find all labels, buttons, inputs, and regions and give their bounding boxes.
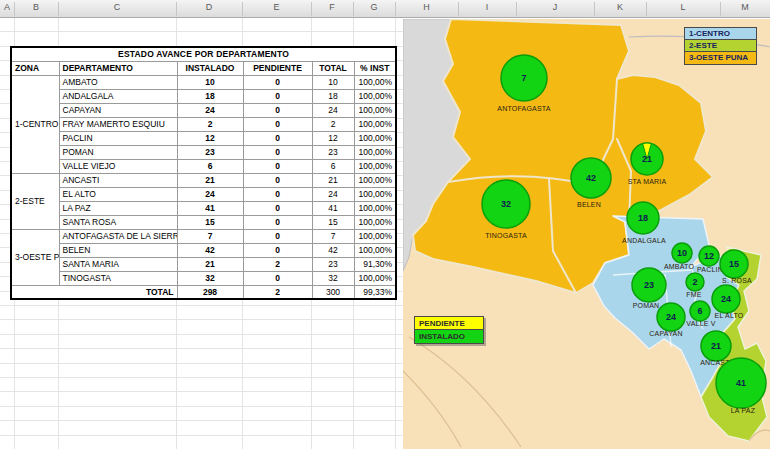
- cell-pend[interactable]: 0: [243, 117, 312, 131]
- column-separator[interactable]: [458, 2, 459, 16]
- column-header-M[interactable]: M: [741, 2, 749, 12]
- cell-inst[interactable]: 2: [177, 117, 243, 131]
- cell-inst[interactable]: 42: [177, 243, 243, 257]
- zone-cell[interactable]: 1-CENTRO: [11, 75, 59, 173]
- cell-dep[interactable]: SANTA MARIA: [59, 257, 177, 271]
- column-header-L[interactable]: L: [680, 2, 685, 12]
- cell-inst[interactable]: 10: [177, 75, 243, 89]
- cell-dep[interactable]: PACLIN: [59, 131, 177, 145]
- column-separator[interactable]: [14, 2, 15, 16]
- map-object[interactable]: 7ANTOFAGASTA32TINOGASTA42BELEN21STA MARI…: [403, 19, 770, 449]
- cell-pend[interactable]: 0: [243, 159, 312, 173]
- column-header-D[interactable]: D: [206, 2, 213, 12]
- cell-dep[interactable]: POMAN: [59, 145, 177, 159]
- cell-tot[interactable]: 2: [312, 117, 354, 131]
- zone-cell[interactable]: 3-OESTE PUNA: [11, 229, 59, 285]
- cell-pct[interactable]: 100,00%: [354, 201, 396, 215]
- cell-pend[interactable]: 0: [243, 173, 312, 187]
- total-pct[interactable]: 99,33%: [354, 285, 396, 299]
- cell-tot[interactable]: 6: [312, 159, 354, 173]
- column-separator[interactable]: [176, 2, 177, 16]
- cell-tot[interactable]: 24: [312, 103, 354, 117]
- cell-pct[interactable]: 100,00%: [354, 243, 396, 257]
- cell-pend[interactable]: 0: [243, 187, 312, 201]
- cell-tot[interactable]: 12: [312, 131, 354, 145]
- cell-inst[interactable]: 18: [177, 89, 243, 103]
- cell-tot[interactable]: 32: [312, 271, 354, 285]
- cell-dep[interactable]: LA PAZ: [59, 201, 177, 215]
- header-total[interactable]: TOTAL: [312, 61, 354, 75]
- cell-tot[interactable]: 10: [312, 75, 354, 89]
- cell-dep[interactable]: ANDALGALA: [59, 89, 177, 103]
- cell-tot[interactable]: 18: [312, 89, 354, 103]
- cell-inst[interactable]: 24: [177, 187, 243, 201]
- cell-pct[interactable]: 100,00%: [354, 187, 396, 201]
- cell-pend[interactable]: 2: [243, 257, 312, 271]
- cell-dep[interactable]: BELEN: [59, 243, 177, 257]
- column-separator[interactable]: [353, 2, 354, 16]
- column-separator[interactable]: [58, 2, 59, 16]
- column-separator[interactable]: [395, 2, 396, 16]
- column-separator[interactable]: [594, 2, 595, 16]
- header-departamento[interactable]: DEPARTAMENTO: [59, 61, 177, 75]
- cell-dep[interactable]: SANTA ROSA: [59, 215, 177, 229]
- column-separator[interactable]: [311, 2, 312, 16]
- header-pendiente[interactable]: PENDIENTE: [243, 61, 312, 75]
- total-pendiente[interactable]: 2: [243, 285, 312, 299]
- cell-pct[interactable]: 100,00%: [354, 117, 396, 131]
- column-header-B[interactable]: B: [33, 2, 39, 12]
- cell-tot[interactable]: 23: [312, 257, 354, 271]
- column-separator[interactable]: [720, 2, 721, 16]
- cell-inst[interactable]: 24: [177, 103, 243, 117]
- cell-dep[interactable]: ANCASTI: [59, 173, 177, 187]
- cell-dep[interactable]: AMBATO: [59, 75, 177, 89]
- cell-tot[interactable]: 24: [312, 187, 354, 201]
- cell-tot[interactable]: 21: [312, 173, 354, 187]
- cell-inst[interactable]: 6: [177, 159, 243, 173]
- cell-pct[interactable]: 100,00%: [354, 229, 396, 243]
- cell-pct[interactable]: 100,00%: [354, 75, 396, 89]
- cell-inst[interactable]: 15: [177, 215, 243, 229]
- header-pct-inst[interactable]: % INST: [354, 61, 396, 75]
- column-header-H[interactable]: H: [423, 2, 430, 12]
- cell-pct[interactable]: 100,00%: [354, 271, 396, 285]
- cell-pct[interactable]: 100,00%: [354, 215, 396, 229]
- table-title[interactable]: ESTADO AVANCE POR DEPARTAMENTO: [11, 47, 396, 61]
- cell-pend[interactable]: 0: [243, 103, 312, 117]
- column-header-I[interactable]: I: [486, 2, 489, 12]
- cell-dep[interactable]: ANTOFAGASTA DE LA SIERRA: [59, 229, 177, 243]
- total-total[interactable]: 300: [312, 285, 354, 299]
- cell-inst[interactable]: 7: [177, 229, 243, 243]
- cell-tot[interactable]: 23: [312, 145, 354, 159]
- cell-pend[interactable]: 0: [243, 229, 312, 243]
- cell-pct[interactable]: 91,30%: [354, 257, 396, 271]
- header-instalado[interactable]: INSTALADO: [177, 61, 243, 75]
- cell-pct[interactable]: 100,00%: [354, 173, 396, 187]
- total-label[interactable]: TOTAL: [11, 285, 177, 299]
- cell-dep[interactable]: TINOGASTA: [59, 271, 177, 285]
- cell-pct[interactable]: 100,00%: [354, 103, 396, 117]
- cell-pend[interactable]: 0: [243, 201, 312, 215]
- column-header-F[interactable]: F: [329, 2, 335, 12]
- cell-dep[interactable]: FRAY MAMERTO ESQUIU: [59, 117, 177, 131]
- cell-dep[interactable]: CAPAYAN: [59, 103, 177, 117]
- cell-pend[interactable]: 0: [243, 75, 312, 89]
- cell-pend[interactable]: 0: [243, 89, 312, 103]
- cell-inst[interactable]: 41: [177, 201, 243, 215]
- cell-inst[interactable]: 32: [177, 271, 243, 285]
- cell-pend[interactable]: 0: [243, 215, 312, 229]
- total-instalado[interactable]: 298: [177, 285, 243, 299]
- cell-dep[interactable]: EL ALTO: [59, 187, 177, 201]
- cell-pct[interactable]: 100,00%: [354, 145, 396, 159]
- cell-pend[interactable]: 0: [243, 243, 312, 257]
- column-header-bar[interactable]: ABCDEFGHIJKLM: [0, 0, 770, 18]
- column-header-G[interactable]: G: [370, 2, 377, 12]
- cell-tot[interactable]: 15: [312, 215, 354, 229]
- column-header-C[interactable]: C: [114, 2, 121, 12]
- column-separator[interactable]: [242, 2, 243, 16]
- cell-inst[interactable]: 21: [177, 173, 243, 187]
- column-separator[interactable]: [516, 2, 517, 16]
- column-header-E[interactable]: E: [273, 2, 279, 12]
- cell-tot[interactable]: 7: [312, 229, 354, 243]
- avance-table[interactable]: ESTADO AVANCE POR DEPARTAMENTO ZONA DEPA…: [10, 46, 397, 300]
